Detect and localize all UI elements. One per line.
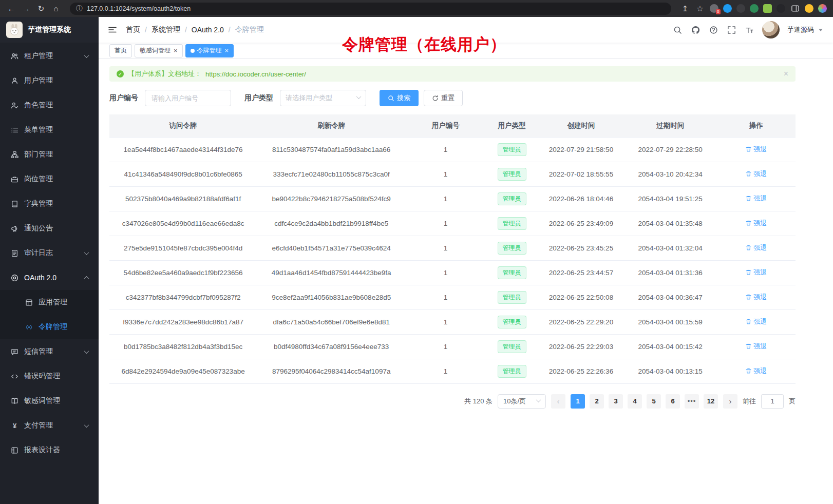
home-icon[interactable]: ⌂: [51, 4, 61, 13]
expire-time-cell: 2054-03-04 00:13:15: [624, 359, 716, 383]
share-icon[interactable]: ↥: [680, 4, 690, 13]
bookmark-star-icon[interactable]: ☆: [695, 4, 705, 13]
sidebar-item-dept[interactable]: 部门管理: [0, 142, 99, 167]
force-logout-button[interactable]: 强退: [745, 145, 767, 154]
back-icon[interactable]: ←: [6, 4, 16, 13]
access-token-cell: 6d842e2924594de9a09e45e087323abe: [109, 359, 257, 383]
force-logout-button[interactable]: 强退: [745, 293, 767, 302]
force-logout-button[interactable]: 强退: [745, 366, 767, 376]
sidebar-item-sensitive-word[interactable]: 敏感词管理: [0, 389, 99, 413]
sidebar-item-audit-log[interactable]: 审计日志: [0, 241, 99, 265]
sidebar-item-notice[interactable]: 通知公告: [0, 216, 99, 241]
breadcrumb-item[interactable]: OAuth 2.0: [192, 26, 224, 34]
font-size-icon[interactable]: [744, 25, 754, 35]
force-logout-label: 强退: [753, 366, 767, 376]
extension-dark-icon[interactable]: [736, 4, 745, 13]
page-button-5[interactable]: 5: [647, 394, 661, 409]
sidebar-item-sms[interactable]: 短信管理: [0, 339, 99, 364]
forward-icon[interactable]: →: [21, 4, 31, 13]
force-logout-button[interactable]: 强退: [745, 243, 767, 253]
sidebar-item-role[interactable]: 角色管理: [0, 93, 99, 118]
user-avatar[interactable]: [762, 21, 780, 38]
user-id-input[interactable]: [145, 90, 231, 106]
breadcrumb-item[interactable]: 首页: [126, 25, 140, 34]
user-id-label: 用户编号: [109, 93, 138, 103]
site-info-icon[interactable]: ⓘ: [76, 4, 83, 13]
sidebar-item-user[interactable]: 用户管理: [0, 68, 99, 93]
goto-page-input[interactable]: [761, 394, 784, 409]
breadcrumb-item[interactable]: 系统管理: [152, 25, 180, 34]
browser-emoji-avatar[interactable]: [805, 4, 813, 13]
dept-icon: [10, 150, 19, 159]
extension-paw-icon[interactable]: [777, 4, 785, 13]
prev-page-button[interactable]: ‹: [551, 394, 565, 409]
sidebar-item-oauth2-token[interactable]: 令牌管理: [0, 315, 99, 339]
force-logout-button[interactable]: 强退: [745, 194, 767, 203]
app-logo[interactable]: 芋道管理系统: [0, 17, 99, 43]
sidebar-item-report-designer[interactable]: 报表设计器: [0, 438, 99, 462]
extension-green-icon[interactable]: [750, 4, 759, 13]
sidebar-item-errcode[interactable]: 错误码管理: [0, 364, 99, 389]
sidebar-item-dict[interactable]: 字典管理: [0, 191, 99, 216]
sidebar-item-menu[interactable]: 菜单管理: [0, 118, 99, 142]
action-cell: 强退: [716, 236, 796, 260]
force-logout-button[interactable]: 强退: [745, 317, 767, 326]
search-button[interactable]: 搜索: [380, 90, 419, 106]
app-window: 芋道管理系统 租户管理用户管理角色管理菜单管理部门管理岗位管理字典管理通知公告审…: [0, 17, 833, 504]
refresh-icon[interactable]: ↻: [36, 4, 46, 13]
fold-menu-icon[interactable]: [107, 25, 118, 35]
sidebar-item-oauth2-app[interactable]: 应用管理: [0, 290, 99, 315]
force-logout-button[interactable]: 强退: [745, 268, 767, 277]
extension-puzzle-icon[interactable]: [763, 4, 772, 13]
help-icon[interactable]: [708, 25, 718, 35]
create-time-cell: 2022-06-25 22:50:08: [538, 285, 624, 309]
user-name[interactable]: 芋道源码: [787, 25, 814, 34]
page-button-12[interactable]: 12: [704, 394, 718, 409]
page-button-4[interactable]: 4: [628, 394, 642, 409]
page-button-6[interactable]: 6: [666, 394, 680, 409]
sidebar-item-post[interactable]: 岗位管理: [0, 167, 99, 191]
tab-close-icon[interactable]: ×: [225, 47, 229, 54]
user-type-select[interactable]: 请选择用户类型: [280, 90, 366, 106]
dict-icon: [10, 200, 19, 208]
access-token-cell: c342377bf8b344799dcbf7bf095287f2: [109, 285, 257, 309]
next-page-button[interactable]: ›: [723, 394, 737, 409]
tab-token[interactable]: 令牌管理×: [185, 44, 234, 57]
force-logout-button[interactable]: 强退: [745, 219, 767, 228]
reset-button[interactable]: 重置: [424, 90, 463, 106]
page-button-3[interactable]: 3: [609, 394, 623, 409]
refresh-token-cell: dfa6c71a50a54c66bef706ef9e6e8d81: [257, 309, 406, 334]
pagination-total: 共 120 条: [464, 397, 493, 406]
sidebar-item-oauth2[interactable]: OAuth 2.0: [0, 265, 99, 290]
sidebar-toggle-icon[interactable]: [790, 4, 800, 14]
sidebar-item-tenant[interactable]: 租户管理: [0, 44, 99, 68]
url-bar[interactable]: ⓘ 127.0.0.1:1024/system/oauth2/token: [70, 3, 671, 15]
pay-icon: ¥: [10, 421, 19, 430]
sidebar-item-label: 岗位管理: [24, 175, 53, 184]
page-size-select[interactable]: 10条/页: [498, 394, 546, 409]
expire-time-cell: 2054-03-04 01:35:48: [624, 211, 716, 236]
force-logout-button[interactable]: 强退: [745, 342, 767, 351]
extension-blue-icon[interactable]: [723, 4, 732, 13]
force-logout-button[interactable]: 强退: [745, 169, 767, 179]
breadcrumb-separator: /: [145, 26, 147, 34]
breadcrumb-item: 令牌管理: [235, 25, 264, 34]
extension-badge-icon[interactable]: 0: [710, 4, 718, 13]
tab-home[interactable]: 首页: [109, 44, 132, 57]
chevron-down-icon: [84, 422, 89, 428]
caret-down-icon[interactable]: [819, 29, 823, 31]
github-icon[interactable]: [690, 25, 701, 35]
sidebar-item-pay[interactable]: ¥支付管理: [0, 413, 99, 438]
search-icon[interactable]: [672, 25, 683, 35]
sidebar-item-label: 错误码管理: [24, 372, 60, 381]
page-button-1[interactable]: 1: [571, 394, 585, 409]
alert-doc-link[interactable]: https://doc.iocoder.cn/user-center/: [205, 70, 306, 78]
refresh-token-cell: 333ecfc71e02480cb11055c875c3ca0f: [257, 162, 406, 186]
pagination: 共 120 条 10条/页 ‹ 123456•••12 › 前往 页: [109, 394, 796, 409]
fullscreen-icon[interactable]: [726, 25, 736, 35]
tab-close-icon[interactable]: ×: [174, 47, 178, 54]
browser-profile-avatar[interactable]: [818, 4, 827, 13]
page-button-2[interactable]: 2: [590, 394, 604, 409]
tab-sensitive-word[interactable]: 敏感词管理×: [135, 44, 183, 57]
alert-close-icon[interactable]: ×: [784, 69, 788, 79]
